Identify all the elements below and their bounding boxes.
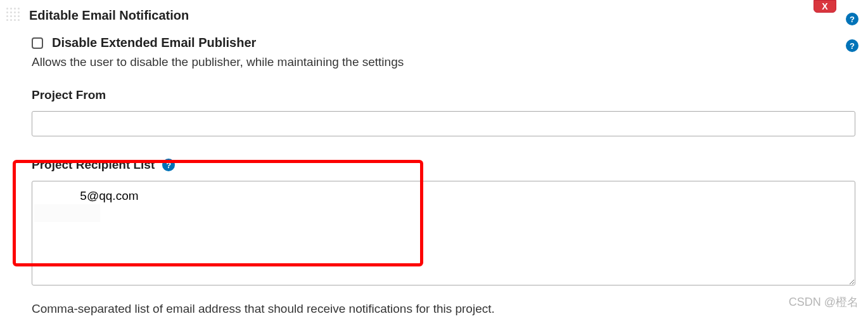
drag-handle-icon[interactable] bbox=[6, 8, 20, 22]
help-icon[interactable]: ? bbox=[162, 159, 175, 171]
project-recipient-list-label: Project Recipient List ? bbox=[32, 158, 862, 172]
watermark-text: CSDN @橙名 bbox=[789, 294, 858, 310]
project-recipient-list-input[interactable]: 5@qq.com bbox=[32, 181, 855, 285]
project-from-label: Project From bbox=[32, 88, 862, 102]
disable-publisher-label: Disable Extended Email Publisher bbox=[52, 36, 256, 50]
email-notification-section: X ? ? Editable Email Notification Disabl… bbox=[0, 0, 868, 316]
disable-publisher-row: Disable Extended Email Publisher bbox=[32, 36, 862, 50]
section-title: Editable Email Notification bbox=[29, 6, 862, 24]
project-from-input[interactable] bbox=[32, 111, 855, 136]
delete-button[interactable]: X bbox=[814, 0, 836, 13]
project-recipient-description: Comma-separated list of email address th… bbox=[32, 302, 862, 316]
help-icon[interactable]: ? bbox=[846, 39, 858, 52]
disable-publisher-checkbox[interactable] bbox=[32, 37, 43, 49]
help-icon[interactable]: ? bbox=[846, 13, 858, 25]
delete-x-icon: X bbox=[822, 1, 827, 11]
disable-publisher-description: Allows the user to disable the publisher… bbox=[32, 55, 862, 69]
